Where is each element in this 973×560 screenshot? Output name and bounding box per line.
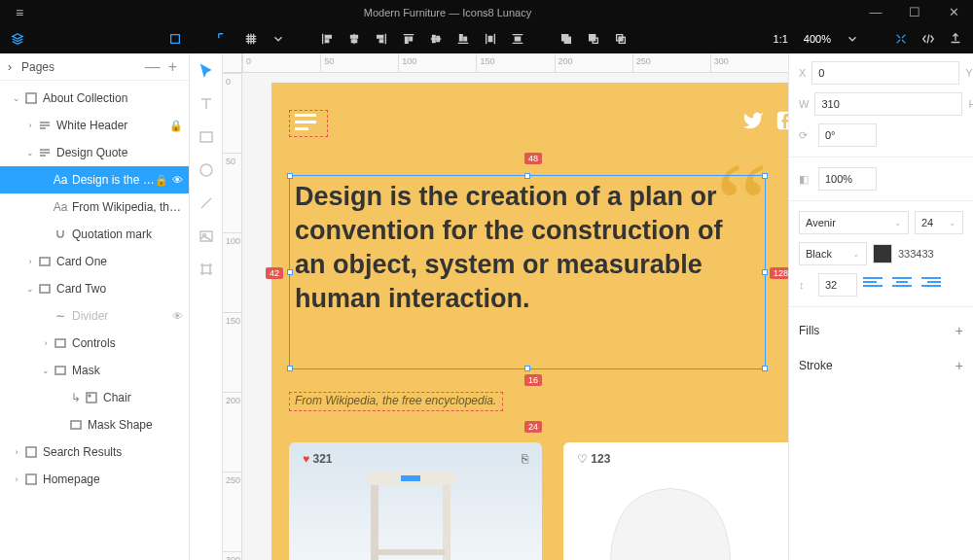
select-tool-icon[interactable] [195,59,218,83]
distribute-h-icon[interactable] [479,27,502,51]
y-label: Y [965,67,972,79]
tree-group[interactable]: ⌄Design Quote [0,139,189,166]
dropdown-icon[interactable] [267,27,290,51]
color-swatch[interactable] [873,244,892,263]
zoom-level[interactable]: 400% [804,33,831,45]
add-page-button[interactable]: + [164,58,181,76]
svg-point-12 [89,395,90,397]
svg-rect-25 [377,549,445,555]
lock-icon: 🔒 [169,120,183,132]
tree-line-hidden[interactable]: ∼Divider👁 [0,302,189,330]
resize-handle[interactable] [524,173,530,179]
export-icon[interactable] [944,27,967,51]
tree-artboard[interactable]: ⌄About Collection [0,85,189,112]
wiki-caption[interactable]: From Wikipedia, the free encyclopedia. [295,394,496,407]
resize-handle[interactable] [287,173,293,179]
resize-handle[interactable] [762,173,768,179]
align-right-icon[interactable] [370,27,393,51]
tree-image[interactable]: ↳Chair [0,384,189,411]
ruler-horizontal[interactable]: 050100150200250300 [242,53,788,73]
artboard-tool-icon[interactable] [195,258,218,281]
opacity-icon: ◧ [799,173,812,186]
tree-group[interactable]: ›Card One [0,248,189,275]
code-icon[interactable] [917,27,940,51]
eye-icon: 👁 [172,174,183,186]
artboard[interactable]: “ Design is the creation of a plan or co… [271,83,788,560]
facebook-icon[interactable] [775,110,788,137]
align-top-icon[interactable] [397,27,420,51]
stroke-section[interactable]: Stroke+ [799,352,963,379]
image-tool-icon[interactable] [195,225,218,248]
font-weight-select[interactable]: Black⌄ [799,242,867,265]
font-size-select[interactable]: 24⌄ [915,211,963,234]
text-tool-icon[interactable] [195,92,218,116]
close-button[interactable]: ✕ [934,5,973,19]
x-input[interactable] [811,61,959,85]
zoom-ratio-button[interactable]: 1:1 [774,33,788,45]
expand-icon[interactable] [889,27,913,51]
minimize-button[interactable]: — [856,5,895,19]
resize-handle[interactable] [287,366,293,371]
bool-intersect-icon[interactable] [609,27,632,51]
corner-align-icon[interactable] [212,27,235,51]
maximize-button[interactable]: ☐ [895,5,934,19]
tree-artboard[interactable]: ›Homepage [0,466,189,493]
twitter-icon[interactable] [742,110,764,137]
remove-page-button[interactable]: — [141,58,164,76]
text-align-right-icon[interactable] [921,277,941,293]
top-toolbar: 1:1 400% [0,24,973,53]
add-fill-button[interactable]: + [955,323,963,338]
rectangle-tool-icon[interactable] [195,125,218,149]
tree-text-selected[interactable]: AaDesign is the crea...🔒👁 [0,166,189,193]
layers-icon[interactable] [6,27,29,51]
resize-handle[interactable] [524,366,530,371]
tree-text[interactable]: AaFrom Wikipedia, the free... [0,193,189,221]
rotation-input[interactable] [818,123,877,147]
bookmark-icon[interactable]: ⎘ [522,452,528,466]
frame-icon[interactable] [163,27,187,51]
resize-handle[interactable] [762,366,768,371]
menu-icon[interactable] [295,114,316,134]
dropdown-icon[interactable] [841,27,864,51]
svg-rect-13 [71,421,81,429]
ruler-vertical[interactable]: 050100150200250300 [223,73,242,560]
pages-header[interactable]: › Pages — + [0,53,189,81]
card-one[interactable]: ♥ 321 ⎘ [289,442,542,560]
grid-icon[interactable] [239,27,263,51]
tree-mask[interactable]: ⌄Mask [0,357,189,384]
tree-group[interactable]: ›Controls [0,330,189,357]
likes-count: ♥ 321 [303,452,333,466]
svg-point-17 [200,164,212,176]
tree-shape[interactable]: Mask Shape [0,411,189,438]
tree-shape[interactable]: Quotation mark [0,221,189,248]
text-align-center-icon[interactable] [892,277,912,293]
line-tool-icon[interactable] [195,192,218,215]
align-left-icon[interactable] [315,27,339,51]
tree-group[interactable]: ⌄Card Two [0,275,189,302]
resize-handle[interactable] [287,269,293,275]
text-align-left-icon[interactable] [863,277,883,293]
w-input[interactable] [814,92,962,116]
tree-artboard[interactable]: ›Search Results [0,438,189,466]
align-middle-v-icon[interactable] [424,27,448,51]
font-family-select[interactable]: Avenir⌄ [799,211,909,234]
color-hex: 333433 [898,248,934,260]
align-center-h-icon[interactable] [342,27,366,51]
svg-rect-8 [40,285,50,293]
distribute-v-icon[interactable] [506,27,529,51]
opacity-input[interactable] [818,167,877,191]
ellipse-tool-icon[interactable] [195,158,218,182]
selection-box[interactable] [289,175,766,369]
bool-union-icon[interactable] [555,27,578,51]
ruler-origin[interactable] [223,53,242,73]
align-bottom-icon[interactable] [451,27,475,51]
line-height-input[interactable] [818,273,857,297]
card-two[interactable]: ♡ 123 ⎘ [563,442,788,560]
fills-section[interactable]: Fills+ [799,317,963,344]
bool-subtract-icon[interactable] [582,27,605,51]
tree-group[interactable]: ›White Header🔒 [0,112,189,139]
app-menu-icon[interactable]: ≡ [0,5,39,20]
resize-handle[interactable] [762,269,768,275]
add-stroke-button[interactable]: + [955,358,963,373]
canvas[interactable]: 050100150200250300 050100150200250300 “ … [223,53,788,560]
